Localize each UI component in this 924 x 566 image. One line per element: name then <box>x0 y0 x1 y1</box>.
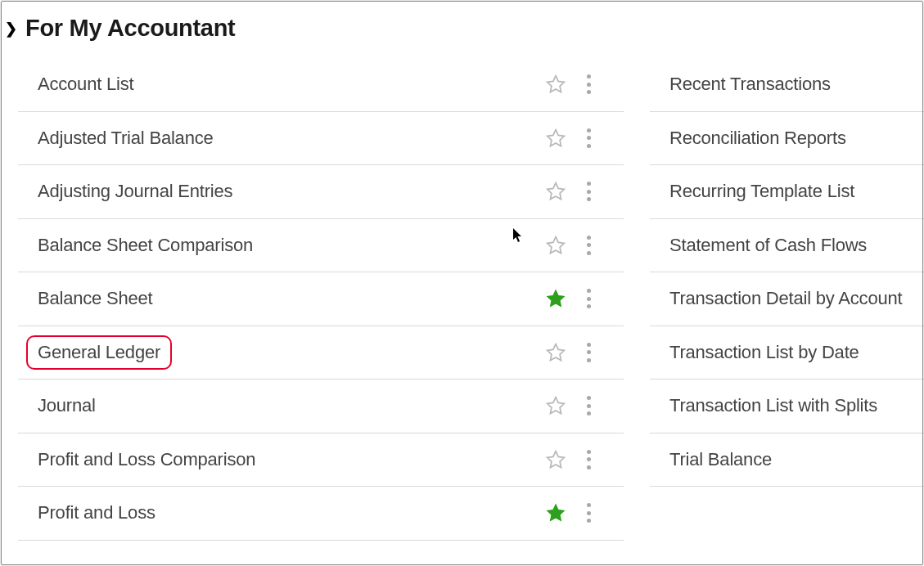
star-filled-icon[interactable] <box>545 502 566 523</box>
more-options-icon[interactable] <box>586 74 591 94</box>
report-row: Reconciliation Reports <box>650 112 924 166</box>
report-link[interactable]: Transaction Detail by Account <box>669 288 924 309</box>
highlight-box: General Ledger <box>26 335 172 370</box>
row-actions <box>545 181 624 202</box>
more-options-icon[interactable] <box>586 503 591 523</box>
star-outline-icon[interactable] <box>545 181 566 202</box>
report-link[interactable]: Adjusting Journal Entries <box>38 181 545 202</box>
report-row: Journal <box>18 380 624 433</box>
star-outline-icon[interactable] <box>545 449 566 470</box>
report-link[interactable]: Profit and Loss Comparison <box>38 449 545 470</box>
section-header: ❯ For My Accountant <box>0 15 924 58</box>
report-link[interactable]: Transaction List by Date <box>669 342 924 363</box>
report-link[interactable]: Recent Transactions <box>669 74 924 95</box>
report-row: Adjusted Trial Balance <box>18 112 624 166</box>
report-row: Statement of Cash Flows <box>650 219 924 273</box>
star-outline-icon[interactable] <box>545 342 566 363</box>
report-row: Transaction List with Splits <box>650 380 924 433</box>
report-row: General Ledger <box>18 326 624 380</box>
row-actions <box>545 128 624 149</box>
report-row: Profit and Loss Comparison <box>18 433 624 487</box>
right-report-list: Recent TransactionsReconciliation Report… <box>650 58 924 552</box>
report-row: Account List <box>18 58 624 112</box>
row-actions <box>545 502 624 523</box>
report-row: Adjusting Journal Entries <box>18 165 624 219</box>
more-options-icon[interactable] <box>586 396 591 416</box>
report-row: Transaction List by Date <box>650 326 924 380</box>
star-outline-icon[interactable] <box>545 74 566 95</box>
row-actions <box>545 449 624 470</box>
report-link[interactable]: Trial Balance <box>669 449 924 470</box>
report-row: Profit and Loss <box>18 487 624 541</box>
more-options-icon[interactable] <box>586 343 591 362</box>
report-row: Transaction Detail by Account <box>650 272 924 326</box>
star-filled-icon[interactable] <box>545 288 566 309</box>
report-columns: Account ListAdjusted Trial BalanceAdjust… <box>0 58 924 552</box>
more-options-icon[interactable] <box>586 182 591 201</box>
report-link[interactable]: Transaction List with Splits <box>669 395 924 416</box>
report-link[interactable]: Statement of Cash Flows <box>669 235 924 256</box>
report-link[interactable]: Balance Sheet Comparison <box>38 235 545 256</box>
report-link[interactable]: General Ledger <box>38 342 160 362</box>
more-options-icon[interactable] <box>586 289 591 308</box>
report-row: Recent Transactions <box>650 58 924 112</box>
report-link[interactable]: Profit and Loss <box>38 502 545 523</box>
row-actions <box>545 342 624 363</box>
row-actions <box>545 395 624 416</box>
star-outline-icon[interactable] <box>545 235 566 256</box>
star-outline-icon[interactable] <box>545 395 566 416</box>
chevron-right-icon[interactable]: ❯ <box>5 20 17 38</box>
report-row: Balance Sheet Comparison <box>18 219 624 273</box>
more-options-icon[interactable] <box>586 128 591 148</box>
report-link[interactable]: Adjusted Trial Balance <box>38 128 545 149</box>
report-link[interactable]: Journal <box>38 395 545 416</box>
row-actions <box>545 235 624 256</box>
row-actions <box>545 74 624 95</box>
row-actions <box>545 288 624 309</box>
report-row: Trial Balance <box>650 433 924 487</box>
report-link[interactable]: Reconciliation Reports <box>669 128 924 149</box>
report-row: Balance Sheet <box>18 272 624 326</box>
report-link[interactable]: Balance Sheet <box>38 288 545 309</box>
section-title: For My Accountant <box>25 15 235 42</box>
left-report-list: Account ListAdjusted Trial BalanceAdjust… <box>18 58 624 552</box>
more-options-icon[interactable] <box>586 236 591 255</box>
report-link[interactable]: Account List <box>38 74 545 95</box>
star-outline-icon[interactable] <box>545 128 566 149</box>
report-link[interactable]: Recurring Template List <box>669 181 924 202</box>
report-row: Recurring Template List <box>650 165 924 219</box>
more-options-icon[interactable] <box>586 450 591 469</box>
